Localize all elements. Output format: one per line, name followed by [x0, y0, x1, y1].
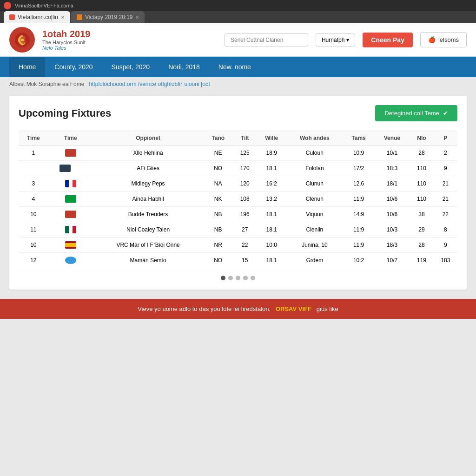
search-input[interactable]: [225, 33, 308, 46]
checkmark-icon: ✔: [443, 110, 448, 117]
dot-2[interactable]: [228, 276, 233, 280]
cell-flag: [48, 192, 93, 207]
table-row: 3 Midiegy Peps NA 120 16:2 Clunuh 12.6 1…: [19, 176, 457, 192]
dot-1[interactable]: [221, 276, 225, 280]
cell-venue: 10/1: [375, 145, 410, 161]
nav-item-county2020[interactable]: County, 2020: [45, 57, 102, 77]
col-tams: Tams: [343, 131, 375, 145]
tab-2[interactable]: Victapy 2019 20:19 ✕: [71, 11, 145, 23]
cell-nlo: 38: [410, 207, 433, 222]
tab-bar: Vietaltiann.co|lin ✕ Victapy 2019 20:19 …: [0, 11, 476, 23]
nav-item-home[interactable]: Home: [9, 57, 45, 77]
cell-tilt: 125: [233, 145, 257, 161]
table-header: Time Time Oppionet Tano Tilt Wille Woh a…: [19, 131, 457, 145]
cell-tano: NE: [203, 145, 233, 161]
main-nav: Home County, 2020 Suspet, 2020 Norii, 20…: [0, 57, 476, 77]
fixtures-title: Upcoming Fixtures: [19, 107, 111, 119]
cell-flag: [48, 207, 93, 222]
cell-tilt: 170: [233, 161, 257, 176]
cell-num: 3: [19, 176, 48, 192]
table-row: 4 Ainda Habhil NK 108 13.2 Clenuh 11:9 1…: [19, 192, 457, 207]
cell-flag: [48, 145, 93, 161]
breadcrumb: Albest Mok Soraphie ea Fome httplolóchoo…: [0, 77, 476, 91]
breadcrumb-static: Albest Mok Soraphie ea Fome: [9, 81, 84, 87]
cell-flag: [48, 222, 93, 238]
cell-nlo: 28: [410, 238, 433, 253]
browser-chrome: VinnaSaclbnVEFFa.coma: [0, 0, 476, 11]
tab-close-1[interactable]: ✕: [61, 15, 65, 20]
cell-tano: NK: [203, 192, 233, 207]
cell-name: Midiegy Peps: [93, 176, 204, 192]
cell-tilt: 108: [233, 192, 257, 207]
cell-venue: 10/7: [375, 253, 410, 268]
footer-suffix: gius like: [317, 305, 338, 312]
footer-highlight: ORSAV VIFF: [276, 305, 311, 312]
cell-p: 8: [434, 222, 457, 238]
tab-favicon-2: [77, 14, 82, 20]
cell-p: 2: [434, 145, 457, 161]
flag-icon: [60, 165, 71, 172]
flag-icon: [65, 149, 76, 157]
cell-num: 10: [19, 207, 48, 222]
site-title-block: 1otah 2019 The Haryclos Sunit Nelo Tales: [42, 29, 90, 51]
tab-label-2: Victapy 2019 20:19: [85, 14, 133, 20]
col-time2: Time: [48, 131, 93, 145]
cell-wille: 18:9: [257, 145, 286, 161]
cell-tilt: 196: [233, 207, 257, 222]
cell-tano: NO: [203, 253, 233, 268]
cell-tams: 14:9: [343, 207, 375, 222]
cell-woh: Grdem: [286, 253, 343, 268]
footer-text: Vieve yo uome adlo to das you lote lei f…: [138, 305, 271, 312]
cell-tams: 10:9: [343, 145, 375, 161]
logo: [9, 27, 35, 53]
cell-venue: 18/3: [375, 238, 410, 253]
cell-tams: 10:2: [343, 253, 375, 268]
apple-icon: 🍎: [428, 36, 436, 43]
cell-woh: Viquun: [286, 207, 343, 222]
detegined-button[interactable]: Detegined coll Teme ✔: [375, 105, 457, 121]
cell-p: 22: [434, 207, 457, 222]
cell-wille: 16:2: [257, 176, 286, 192]
site-title-main: 1otah 2019: [42, 29, 90, 40]
nav-item-newnome[interactable]: New. nome: [209, 57, 260, 77]
cell-num: [19, 161, 48, 176]
cell-venue: 18/1: [375, 176, 410, 192]
cell-tams: 11:9: [343, 192, 375, 207]
cell-tams: 11:9: [343, 238, 375, 253]
nav-item-norii2018[interactable]: Norii, 2018: [159, 57, 209, 77]
cell-wille: 18.1: [257, 207, 286, 222]
col-p: P: [434, 131, 457, 145]
flag-icon: [65, 241, 76, 249]
nav-item-suspet2020[interactable]: Suspet, 2020: [102, 57, 159, 77]
cell-name: Budde Treuders: [93, 207, 204, 222]
fixtures-table: Time Time Oppionet Tano Tilt Wille Woh a…: [19, 131, 457, 268]
dot-5[interactable]: [251, 276, 255, 280]
dot-4[interactable]: [243, 276, 248, 280]
tab-1[interactable]: Vietaltiann.co|lin ✕: [4, 11, 70, 23]
cell-woh: Culouh: [286, 145, 343, 161]
cell-num: 4: [19, 192, 48, 207]
breadcrumb-link[interactable]: httplolóchoood.orm /verrice otfghloblí⁷ …: [89, 81, 210, 87]
cell-flag: [48, 253, 93, 268]
table-row: AFi Giies NΘ 170 18.1 Fololan 17/2 18:3 …: [19, 161, 457, 176]
flag-icon: [65, 226, 76, 233]
browser-site-name: VinnaSaclbnVEFFa.coma: [15, 3, 73, 8]
cell-name: VRC Mar of l F Ɓioi Onne: [93, 238, 204, 253]
cell-nlo: 28: [410, 145, 433, 161]
cell-tams: 11:9: [343, 222, 375, 238]
secondary-action-button[interactable]: 🍎 lelsoms: [420, 32, 467, 47]
cell-p: 183: [434, 253, 457, 268]
col-time1: Time: [19, 131, 48, 145]
primary-action-button[interactable]: Cneen Pay: [363, 33, 413, 47]
col-tilt: Tilt: [233, 131, 257, 145]
cell-nlo: 110: [410, 192, 433, 207]
flag-icon: [65, 180, 76, 187]
cell-wille: 18.1: [257, 253, 286, 268]
dot-3[interactable]: [236, 276, 240, 280]
tab-close-2[interactable]: ✕: [135, 15, 139, 20]
dropdown-button[interactable]: Hurnatph ▾: [316, 33, 355, 46]
footer-banner: Vieve yo uome adlo to das you lote lei f…: [0, 299, 476, 319]
table-row: 11 Nioi Coaley Talen NB 27 18.1 Cleniin …: [19, 222, 457, 238]
cell-p: 9: [434, 238, 457, 253]
cell-num: 10: [19, 238, 48, 253]
